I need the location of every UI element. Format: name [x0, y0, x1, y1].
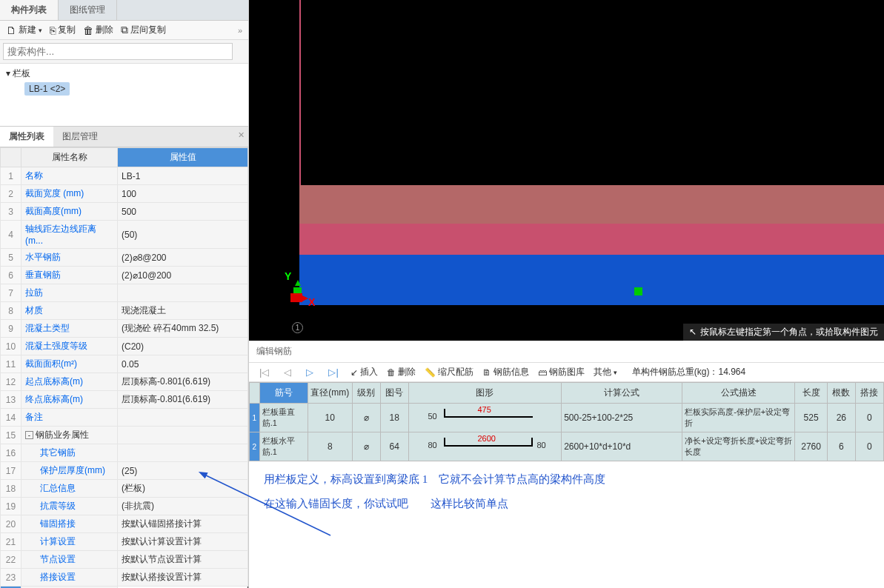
property-row[interactable]: 13终点底标高(m)层顶标高-0.801(6.619)	[1, 391, 248, 409]
col-rebar-num[interactable]: 筋号	[259, 383, 308, 404]
search-input[interactable]	[3, 43, 233, 60]
tree-root[interactable]: ▾ 栏板	[6, 67, 242, 80]
property-row[interactable]: 16其它钢筋	[1, 444, 248, 462]
rebar-title: 编辑钢筋	[249, 341, 884, 363]
property-row[interactable]: 5水平钢筋(2)⌀8@200	[1, 249, 248, 267]
marker-2	[634, 287, 642, 295]
drawing-canvas[interactable]: Y X 1 ↖按鼠标左键指定第一个角点，或拾取构件图元	[249, 0, 884, 341]
col-diameter[interactable]: 直径(mm)	[308, 383, 352, 404]
col-propname: 属性名称	[21, 148, 118, 167]
level-copy-icon: ⧉	[121, 24, 128, 36]
status-bar: ↖按鼠标左键指定第一个角点，或拾取构件图元	[683, 324, 884, 341]
property-row[interactable]: 10混凝土强度等级(C20)	[1, 338, 248, 355]
tab-component-list[interactable]: 构件列表	[0, 0, 59, 20]
property-row[interactable]: 22节点设置按默认节点设置计算	[1, 551, 248, 569]
new-icon: 🗋	[6, 24, 16, 36]
insert-button[interactable]: ↙插入	[350, 366, 378, 378]
delete-rebar-button[interactable]: 🗑删除	[387, 366, 416, 378]
tab-property-list[interactable]: 属性列表	[0, 127, 53, 147]
delete-icon: 🗑	[387, 367, 396, 378]
axis-x-arrow	[302, 295, 308, 301]
search-box	[0, 40, 248, 64]
rebar-row[interactable]: 1栏板垂直筋.110⌀1850475500-25+100-2*25栏板实际高度-…	[250, 404, 884, 432]
axis-y-label: Y	[285, 270, 291, 282]
property-row[interactable]: 9混凝土类型(现浇砼 碎石40mm 32.5)	[1, 320, 248, 338]
scale-button[interactable]: 📏缩尺配筋	[425, 366, 473, 378]
property-row[interactable]: 11截面面积(m²)0.05	[1, 355, 248, 373]
cursor-icon: ↖	[689, 327, 697, 337]
property-row[interactable]: 3截面高度(mm)500	[1, 203, 248, 221]
rebar-panel: 编辑钢筋 |◁ ◁ ▷ ▷| ↙插入 🗑删除 📏缩尺配筋 🗎钢筋信息 🗃钢筋图库…	[249, 341, 884, 550]
annotation-area: 用栏板定义，标高设置到离梁底 1 它就不会计算节点高的梁构件高度 在这输入锚固长…	[249, 461, 884, 550]
component-toolbar: 🗋新建▾ ⎘复制 🗑删除 ⧉层间复制 »	[0, 21, 248, 40]
property-row[interactable]: 23搭接设置按默认搭接设置计算	[1, 569, 248, 587]
close-icon[interactable]: ✕	[238, 130, 245, 140]
level-copy-button[interactable]: ⧉层间复制	[121, 24, 166, 36]
insert-icon: ↙	[350, 367, 358, 378]
annotation-line-1: 用栏板定义，标高设置到离梁底 1 它就不会计算节点高的梁构件高度	[264, 472, 869, 487]
rebar-row[interactable]: 2栏板水平筋.18⌀64808026002600+10*d+10*d净长+设定弯…	[250, 432, 884, 461]
tab-drawing-manage[interactable]: 图纸管理	[59, 0, 117, 20]
nav-prev[interactable]: ◁	[281, 367, 294, 378]
nav-last[interactable]: ▷|	[325, 367, 341, 378]
col-symbol[interactable]: 图号	[380, 383, 408, 404]
nav-first[interactable]: |◁	[256, 367, 272, 378]
delete-icon: 🗑	[83, 24, 93, 36]
info-icon: 🗎	[482, 367, 491, 378]
annotation-arrow	[197, 469, 345, 543]
canvas-bar-2	[299, 224, 884, 255]
property-row[interactable]: 12起点底标高(m)层顶标高-0.801(6.619)	[1, 373, 248, 391]
axis-x-label: X	[308, 296, 315, 308]
canvas-bar-1	[299, 185, 884, 224]
other-button[interactable]: 其他▾	[594, 366, 617, 378]
canvas-bar-3	[299, 255, 884, 305]
nav-next[interactable]: ▷	[303, 367, 316, 378]
col-lap[interactable]: 搭接	[855, 383, 883, 404]
col-shape[interactable]: 图形	[408, 383, 562, 404]
delete-button[interactable]: 🗑删除	[83, 24, 113, 36]
expand-icon[interactable]: »	[238, 26, 242, 35]
property-row[interactable]: 6垂直钢筋(2)⌀10@200	[1, 267, 248, 284]
property-row[interactable]: 1名称LB-1	[1, 167, 248, 185]
col-propvalue: 属性值	[118, 148, 248, 167]
property-row[interactable]: 15-钢筋业务属性	[1, 427, 248, 444]
property-row[interactable]: 14备注	[1, 409, 248, 427]
col-length[interactable]: 长度	[795, 383, 827, 404]
scale-icon: 📏	[425, 367, 436, 378]
expand-toggle[interactable]: -	[25, 431, 33, 439]
col-desc[interactable]: 公式描述	[682, 383, 795, 404]
library-button[interactable]: 🗃钢筋图库	[538, 366, 585, 378]
col-formula[interactable]: 计算公式	[562, 383, 682, 404]
weight-label: 单构件钢筋总重(kg)：14.964	[632, 366, 745, 378]
rebar-toolbar: |◁ ◁ ▷ ▷| ↙插入 🗑删除 📏缩尺配筋 🗎钢筋信息 🗃钢筋图库 其他▾ …	[249, 363, 884, 382]
rebar-table: 筋号 直径(mm) 级别 图号 图形 计算公式 公式描述 长度 根数 搭接 1栏…	[249, 382, 884, 461]
col-grade[interactable]: 级别	[352, 383, 380, 404]
library-icon: 🗃	[538, 367, 547, 378]
property-row[interactable]: 2截面宽度 (mm)100	[1, 185, 248, 203]
origin-marker	[290, 293, 302, 302]
property-tabs: 属性列表 图层管理 ✕	[0, 127, 248, 147]
info-button[interactable]: 🗎钢筋信息	[482, 366, 529, 378]
property-row[interactable]: 7拉筋	[1, 284, 248, 302]
tree-item-lb1[interactable]: LB-1 <2>	[24, 82, 70, 96]
component-tabs: 构件列表 图纸管理	[0, 0, 248, 21]
grid-label-1: 1	[292, 322, 303, 333]
axis-y-arrow	[295, 280, 301, 286]
property-row[interactable]: 8材质现浇混凝土	[1, 302, 248, 320]
svg-line-0	[205, 475, 330, 535]
property-row[interactable]: 4轴线距左边线距离(m...(50)	[1, 221, 248, 249]
col-count[interactable]: 根数	[827, 383, 855, 404]
annotation-line-2: 在这输入锚固长度，你试试吧 这样比较简单点	[264, 497, 869, 511]
tab-layer-manage[interactable]: 图层管理	[53, 127, 107, 147]
component-tree: ▾ 栏板 LB-1 <2>	[0, 64, 248, 127]
copy-button[interactable]: ⎘复制	[50, 24, 76, 36]
new-button[interactable]: 🗋新建▾	[6, 24, 42, 36]
copy-icon: ⎘	[50, 24, 56, 36]
